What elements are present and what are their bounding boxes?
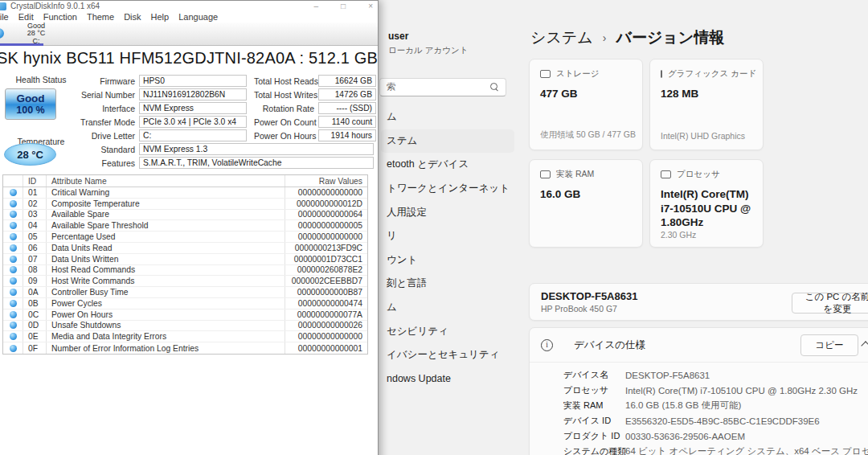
- sidebar-nav-item[interactable]: セシビリティ: [381, 319, 514, 343]
- smart-table-row[interactable]: 09 Host Write Commands 0000002CEEBBD7: [3, 276, 367, 287]
- breadcrumb-parent[interactable]: システム: [530, 27, 593, 48]
- sidebar-nav-item[interactable]: トワークとインターネット: [381, 177, 514, 201]
- sidebar-nav-item[interactable]: イバシーとセキュリティ: [381, 343, 514, 367]
- cdi-field-row: Transfer Mode PCIe 3.0 x4 | PCIe 3.0 x4: [0, 115, 247, 129]
- sidebar-nav-item[interactable]: 人用設定: [381, 200, 514, 224]
- smart-table-row[interactable]: 07 Data Units Written 00000001D73CC1: [3, 254, 367, 265]
- spec-row: プロセッサ Intel(R) Core(TM) i7-10510U CPU @ …: [563, 383, 868, 398]
- minimize-icon[interactable]: –: [314, 1, 319, 11]
- card-title: プロセッサ: [677, 169, 720, 180]
- smart-row-status-cell: [3, 220, 23, 231]
- cdi-field-row: Power On Hours 1914 hours: [254, 129, 376, 142]
- settings-search-input[interactable]: 索: [379, 78, 506, 96]
- smart-table-row[interactable]: 0C Power On Hours 0000000000077A: [3, 309, 367, 321]
- cdi-field-row: Standard NVM Express 1.3: [0, 142, 374, 156]
- smart-row-name: Available Spare Threshold: [46, 220, 285, 231]
- menu-item[interactable]: Language: [178, 12, 218, 22]
- cdi-field-value: 16624 GB: [318, 75, 376, 87]
- spec-value: Intel(R) Core(TM) i7-10510U CPU @ 1.80GH…: [625, 386, 858, 396]
- smart-row-name: Critical Warning: [46, 187, 285, 198]
- smart-table-row[interactable]: 04 Available Spare Threshold 00000000000…: [3, 220, 367, 232]
- smart-row-id: 01: [23, 187, 46, 198]
- card-value: 477 GB: [540, 87, 632, 101]
- smart-row-status-cell: [3, 321, 23, 331]
- smart-table-row[interactable]: 01 Critical Warning 00000000000000: [3, 187, 367, 199]
- sidebar-nav-item[interactable]: ndows Update: [381, 367, 514, 391]
- sidebar-nav-item[interactable]: 刻と言語: [381, 272, 514, 296]
- smart-table-body: 01 Critical Warning 00000000000000 02 Co…: [3, 187, 367, 354]
- settings-sidebar-nav: ム ステム etooth とデバイス トワークとインターネット 人用設定 リ: [381, 105, 514, 391]
- smart-table-row[interactable]: 03 Available Spare 00000000000064: [3, 210, 367, 221]
- menu-item[interactable]: Theme: [87, 12, 114, 22]
- smart-row-status-cell: [3, 298, 23, 309]
- smart-table-row[interactable]: 06 Data Units Read 0000000213FD9C: [3, 243, 367, 254]
- card-title: ストレージ: [556, 68, 599, 80]
- smart-table-row[interactable]: 0A Controller Busy Time 00000000000B87: [3, 287, 367, 298]
- about-card: グラフィックス カード 128 MB Intel(R) UHD Graphics: [649, 59, 764, 150]
- smart-row-raw: 0000000000012D: [285, 199, 367, 209]
- disk-model-title: SK hynix BC511 HFM512GDJTNI-82A0A : 512.…: [0, 46, 378, 71]
- smart-row-name: Data Units Written: [46, 254, 285, 264]
- smart-header-status: [3, 175, 23, 187]
- cdi-titlebar[interactable]: CrystalDiskInfo 9.0.1 x64 – □ ×: [0, 1, 378, 11]
- rename-pc-button[interactable]: この PC の名前を変更: [792, 293, 868, 314]
- menu-item[interactable]: Help: [151, 12, 170, 22]
- smart-table-row[interactable]: 0E Media and Data Integrity Errors 00000…: [3, 331, 367, 342]
- smart-row-id: 08: [23, 265, 46, 276]
- status-dot-icon: [10, 277, 17, 285]
- smart-row-name: Number of Error Information Log Entries: [46, 342, 285, 354]
- maximize-icon[interactable]: □: [341, 1, 346, 11]
- crystaldiskinfo-window: CrystalDiskInfo 9.0.1 x64 – □ × File Edi…: [0, 0, 379, 455]
- status-dot-icon: [10, 233, 17, 240]
- smart-row-raw: 0000000000077A: [285, 309, 367, 320]
- disk-health-dot-icon: [0, 28, 4, 39]
- cdi-field-label: Total Host Writes: [254, 90, 318, 100]
- sidebar-nav-item[interactable]: ステム: [381, 129, 514, 154]
- smart-table-row[interactable]: 05 Percentage Used 00000000000000: [3, 232, 367, 243]
- smart-row-id: 07: [23, 254, 46, 264]
- disk-tab[interactable]: Good 28 °C C:: [21, 23, 51, 45]
- smart-table-row[interactable]: 0B Power Cycles 00000000000474: [3, 298, 367, 309]
- smart-attribute-table: ID Attribute Name Raw Values 01 Critical…: [2, 174, 368, 355]
- spec-row: デバイス ID E3556320-E5D5-4B9C-85BC-C1E9CDDF…: [563, 413, 868, 428]
- smart-table-row[interactable]: 02 Composite Temperature 0000000000012D: [3, 199, 367, 210]
- menu-item[interactable]: Function: [43, 12, 77, 22]
- cdi-field-label: Serial Number: [0, 90, 139, 100]
- smart-row-raw: 00000000000005: [285, 220, 367, 231]
- smart-table-row[interactable]: 0D Unsafe Shutdowns 00000000000026: [3, 321, 367, 332]
- cdi-field-value: HPS0: [139, 75, 247, 87]
- close-icon[interactable]: ×: [368, 1, 373, 11]
- cdi-field-label: Total Host Reads: [254, 76, 318, 86]
- spec-label: プロダクト ID: [563, 430, 625, 442]
- device-spec-expander-header[interactable]: i デバイスの仕様 コピー: [530, 328, 868, 363]
- status-dot-icon: [10, 289, 17, 296]
- card-value: 128 MB: [661, 87, 752, 101]
- menu-item[interactable]: Disk: [124, 12, 141, 22]
- sidebar-nav-item[interactable]: ム: [381, 105, 514, 129]
- menu-item[interactable]: File: [0, 12, 9, 22]
- sidebar-nav-item[interactable]: ム: [381, 296, 514, 320]
- smart-table-row[interactable]: 08 Host Read Commands 000000260878E2: [3, 265, 367, 277]
- card-value: Intel(R) Core(TM) i7-10510U CPU @ 1.80GH…: [661, 187, 752, 230]
- spec-value: 00330-53636-29506-AAOEM: [625, 432, 745, 441]
- cdi-field-row: Power On Count 1140 count: [254, 115, 376, 129]
- smart-row-raw: 00000000000474: [285, 298, 367, 309]
- smart-table-row[interactable]: 0F Number of Error Information Log Entri…: [3, 342, 367, 354]
- smart-row-name: Percentage Used: [46, 232, 285, 242]
- status-dot-icon: [10, 266, 17, 273]
- cdi-field-row: Rotation Rate ---- (SSD): [254, 101, 376, 115]
- cdi-field-value: C:: [139, 129, 247, 141]
- chevron-up-icon[interactable]: [861, 341, 868, 350]
- sidebar-nav-item[interactable]: etooth とデバイス: [381, 153, 514, 177]
- sidebar-nav-item[interactable]: リ: [381, 224, 514, 248]
- cdi-disk-tabbar: Good 28 °C C:: [0, 23, 378, 46]
- cdi-field-label: Rotation Rate: [254, 104, 318, 113]
- sidebar-nav-item-label: ウント: [387, 253, 417, 267]
- smart-header-name: Attribute Name: [46, 175, 285, 187]
- sidebar-nav-item[interactable]: ウント: [381, 248, 514, 273]
- menu-item[interactable]: Edit: [18, 12, 34, 22]
- smart-row-id: 0E: [23, 331, 46, 342]
- smart-row-status-cell: [3, 331, 23, 342]
- copy-button[interactable]: コピー: [800, 334, 858, 356]
- smart-row-status-cell: [3, 265, 23, 276]
